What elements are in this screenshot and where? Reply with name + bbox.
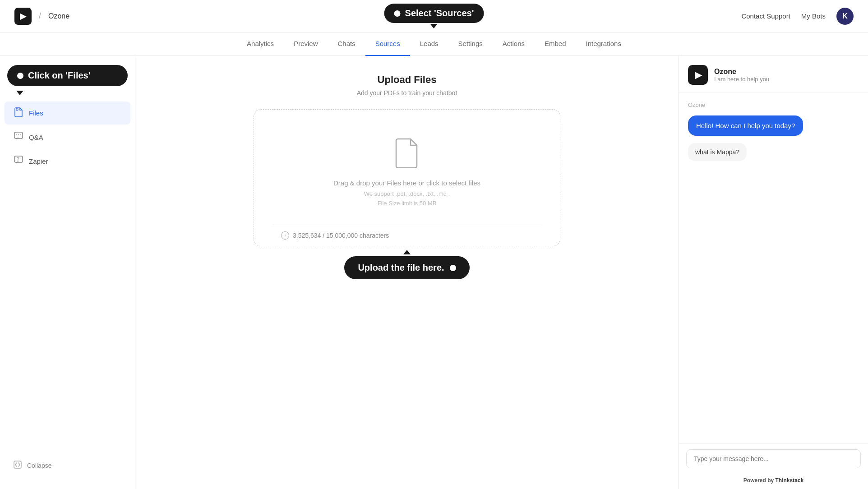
chat-bot-greeting: Hello! How can I help you today? bbox=[688, 115, 803, 136]
tab-analytics[interactable]: Analytics bbox=[237, 32, 284, 56]
files-label: Files bbox=[29, 109, 43, 117]
nav-tabs: Analytics Preview Chats Sources Leads Se… bbox=[0, 32, 868, 56]
svg-rect-0 bbox=[16, 108, 18, 111]
chat-bot-name: Ozone bbox=[714, 68, 769, 76]
chat-header: ▶ Ozone I am here to help you bbox=[679, 56, 868, 92]
dropzone-footer: i 3,525,634 / 15,000,000 characters bbox=[272, 225, 542, 246]
powered-by: Powered by Thinkstack bbox=[679, 474, 868, 489]
sidebar-tooltip-arrow bbox=[16, 91, 23, 95]
tab-embed[interactable]: Embed bbox=[535, 32, 576, 56]
chat-panel: ▶ Ozone I am here to help you Ozone Hell… bbox=[679, 56, 868, 489]
support-text: We support .pdf, .docx, .txt, .md . bbox=[364, 190, 450, 197]
chat-sender-label: Ozone bbox=[688, 101, 859, 108]
select-sources-label: Select 'Sources' bbox=[405, 8, 474, 18]
upload-tooltip-area: Upload the file here. bbox=[344, 250, 469, 279]
click-files-label: Click on 'Files' bbox=[28, 70, 90, 81]
project-name: Ozone bbox=[48, 12, 69, 20]
powered-by-brand: Thinkstack bbox=[776, 477, 804, 484]
tab-actions[interactable]: Actions bbox=[493, 32, 535, 56]
upload-dropzone[interactable]: Drag & drop your Files here or click to … bbox=[254, 109, 560, 246]
tab-integrations[interactable]: Integrations bbox=[576, 32, 631, 56]
info-icon: i bbox=[281, 231, 289, 240]
sidebar-item-zapier[interactable]: ? Zapier bbox=[5, 150, 130, 172]
logo-area: ▶ / Ozone bbox=[14, 8, 69, 25]
zapier-icon: ? bbox=[14, 156, 23, 167]
sidebar: Click on 'Files' Files bbox=[0, 56, 135, 489]
chat-bot-info: Ozone I am here to help you bbox=[714, 68, 769, 83]
upload-title: Upload Files bbox=[378, 74, 437, 86]
svg-point-4 bbox=[20, 134, 21, 135]
tab-leads[interactable]: Leads bbox=[410, 32, 448, 56]
click-files-tooltip[interactable]: Click on 'Files' bbox=[7, 65, 128, 86]
header-right: Contact Support My Bots K bbox=[741, 8, 854, 25]
qa-icon bbox=[14, 132, 23, 143]
drop-text: Drag & drop your Files here or click to … bbox=[333, 179, 480, 187]
my-bots-link[interactable]: My Bots bbox=[801, 12, 826, 20]
sidebar-bottom: Collapse bbox=[0, 451, 135, 480]
chat-input-area bbox=[679, 443, 868, 474]
zapier-label: Zapier bbox=[29, 157, 48, 165]
svg-point-2 bbox=[16, 134, 17, 135]
upload-tooltip-arrow bbox=[403, 250, 411, 254]
file-drop-icon bbox=[393, 137, 420, 170]
char-count: 3,525,634 / 15,000,000 characters bbox=[293, 232, 389, 239]
main-layout: Click on 'Files' Files bbox=[0, 56, 868, 489]
chat-message-input[interactable] bbox=[686, 449, 861, 468]
powered-by-text: Powered by bbox=[743, 477, 774, 484]
qa-label: Q&A bbox=[29, 134, 43, 141]
content-area: Upload Files Add your PDFs to train your… bbox=[135, 56, 679, 489]
files-icon bbox=[14, 107, 23, 119]
upload-file-tooltip[interactable]: Upload the file here. bbox=[344, 256, 469, 279]
header-tooltip-area: Select 'Sources' bbox=[384, 4, 484, 28]
breadcrumb-separator: / bbox=[39, 11, 41, 21]
collapse-label: Collapse bbox=[27, 462, 51, 469]
tab-sources[interactable]: Sources bbox=[365, 32, 410, 56]
sidebar-item-qa[interactable]: Q&A bbox=[5, 126, 130, 148]
chat-user-message: what is Mappa? bbox=[688, 143, 747, 161]
sidebar-tooltip-dot bbox=[17, 73, 23, 79]
contact-support-link[interactable]: Contact Support bbox=[741, 12, 790, 20]
svg-point-3 bbox=[18, 134, 19, 135]
sidebar-item-files[interactable]: Files bbox=[5, 101, 130, 125]
tab-settings[interactable]: Settings bbox=[448, 32, 493, 56]
size-limit-text: File Size limit is 50 MB bbox=[378, 200, 437, 207]
chat-body: Ozone Hello! How can I help you today? w… bbox=[679, 92, 868, 443]
upload-tooltip-dot bbox=[450, 265, 456, 271]
upload-tooltip-label: Upload the file here. bbox=[358, 263, 444, 273]
collapse-button[interactable]: Collapse bbox=[5, 456, 130, 475]
tooltip-dot bbox=[394, 10, 401, 17]
tooltip-arrow bbox=[430, 24, 438, 28]
app-logo-icon[interactable]: ▶ bbox=[14, 8, 32, 25]
header: ▶ / Ozone Select 'Sources' Contact Suppo… bbox=[0, 0, 868, 32]
tab-preview[interactable]: Preview bbox=[284, 32, 328, 56]
chat-bot-logo: ▶ bbox=[688, 65, 708, 85]
select-sources-tooltip: Select 'Sources' bbox=[384, 4, 484, 23]
svg-text:?: ? bbox=[17, 157, 19, 161]
user-avatar[interactable]: K bbox=[836, 8, 854, 25]
collapse-icon bbox=[14, 461, 22, 470]
tab-chats[interactable]: Chats bbox=[328, 32, 365, 56]
upload-subtitle: Add your PDFs to train your chatbot bbox=[357, 89, 457, 97]
chat-bot-tagline: I am here to help you bbox=[714, 76, 769, 83]
